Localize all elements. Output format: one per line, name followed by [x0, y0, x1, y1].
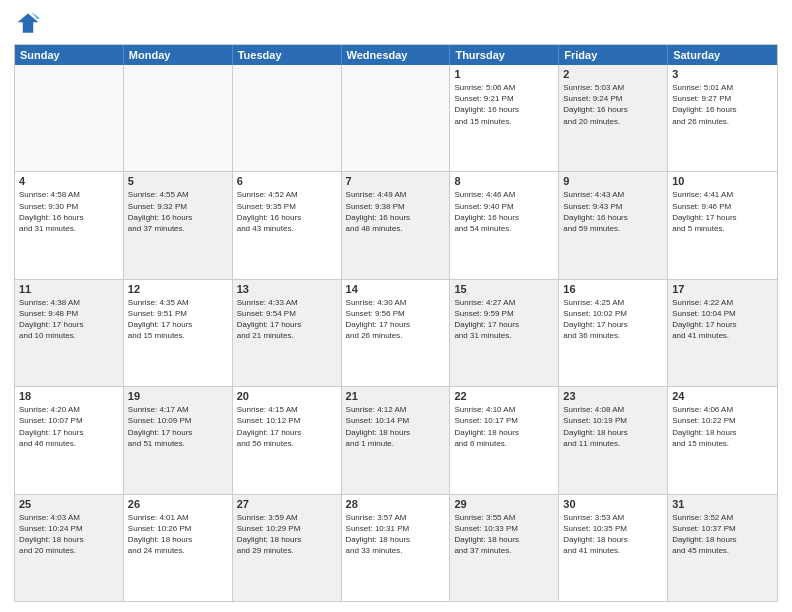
day-info: Sunrise: 4:25 AM Sunset: 10:02 PM Daylig… — [563, 297, 663, 342]
day-info: Sunrise: 4:58 AM Sunset: 9:30 PM Dayligh… — [19, 189, 119, 234]
day-info: Sunrise: 5:01 AM Sunset: 9:27 PM Dayligh… — [672, 82, 773, 127]
day-info: Sunrise: 3:55 AM Sunset: 10:33 PM Daylig… — [454, 512, 554, 557]
day-info: Sunrise: 4:33 AM Sunset: 9:54 PM Dayligh… — [237, 297, 337, 342]
day-number: 23 — [563, 390, 663, 402]
day-info: Sunrise: 4:38 AM Sunset: 9:48 PM Dayligh… — [19, 297, 119, 342]
cal-cell-empty-0 — [15, 65, 124, 171]
header-day-thursday: Thursday — [450, 45, 559, 65]
day-number: 14 — [346, 283, 446, 295]
cal-cell-22: 22Sunrise: 4:10 AM Sunset: 10:17 PM Dayl… — [450, 387, 559, 493]
day-number: 18 — [19, 390, 119, 402]
day-info: Sunrise: 4:35 AM Sunset: 9:51 PM Dayligh… — [128, 297, 228, 342]
day-info: Sunrise: 4:27 AM Sunset: 9:59 PM Dayligh… — [454, 297, 554, 342]
cal-cell-26: 26Sunrise: 4:01 AM Sunset: 10:26 PM Dayl… — [124, 495, 233, 601]
cal-cell-28: 28Sunrise: 3:57 AM Sunset: 10:31 PM Dayl… — [342, 495, 451, 601]
cal-row-2: 11Sunrise: 4:38 AM Sunset: 9:48 PM Dayli… — [15, 280, 777, 387]
page: SundayMondayTuesdayWednesdayThursdayFrid… — [0, 0, 792, 612]
day-number: 22 — [454, 390, 554, 402]
cal-cell-empty-3 — [342, 65, 451, 171]
day-info: Sunrise: 4:52 AM Sunset: 9:35 PM Dayligh… — [237, 189, 337, 234]
cal-cell-18: 18Sunrise: 4:20 AM Sunset: 10:07 PM Dayl… — [15, 387, 124, 493]
cal-cell-27: 27Sunrise: 3:59 AM Sunset: 10:29 PM Dayl… — [233, 495, 342, 601]
day-info: Sunrise: 3:57 AM Sunset: 10:31 PM Daylig… — [346, 512, 446, 557]
cal-cell-25: 25Sunrise: 4:03 AM Sunset: 10:24 PM Dayl… — [15, 495, 124, 601]
cal-cell-5: 5Sunrise: 4:55 AM Sunset: 9:32 PM Daylig… — [124, 172, 233, 278]
day-info: Sunrise: 4:41 AM Sunset: 9:46 PM Dayligh… — [672, 189, 773, 234]
logo-icon — [14, 10, 42, 38]
day-number: 4 — [19, 175, 119, 187]
day-number: 3 — [672, 68, 773, 80]
day-number: 26 — [128, 498, 228, 510]
day-info: Sunrise: 4:20 AM Sunset: 10:07 PM Daylig… — [19, 404, 119, 449]
day-number: 7 — [346, 175, 446, 187]
cal-cell-16: 16Sunrise: 4:25 AM Sunset: 10:02 PM Dayl… — [559, 280, 668, 386]
cal-cell-3: 3Sunrise: 5:01 AM Sunset: 9:27 PM Daylig… — [668, 65, 777, 171]
day-number: 8 — [454, 175, 554, 187]
day-number: 28 — [346, 498, 446, 510]
day-info: Sunrise: 3:53 AM Sunset: 10:35 PM Daylig… — [563, 512, 663, 557]
day-info: Sunrise: 4:30 AM Sunset: 9:56 PM Dayligh… — [346, 297, 446, 342]
day-number: 17 — [672, 283, 773, 295]
cal-cell-13: 13Sunrise: 4:33 AM Sunset: 9:54 PM Dayli… — [233, 280, 342, 386]
cal-cell-9: 9Sunrise: 4:43 AM Sunset: 9:43 PM Daylig… — [559, 172, 668, 278]
header-day-wednesday: Wednesday — [342, 45, 451, 65]
day-number: 20 — [237, 390, 337, 402]
cal-cell-19: 19Sunrise: 4:17 AM Sunset: 10:09 PM Dayl… — [124, 387, 233, 493]
cal-cell-20: 20Sunrise: 4:15 AM Sunset: 10:12 PM Dayl… — [233, 387, 342, 493]
day-info: Sunrise: 4:43 AM Sunset: 9:43 PM Dayligh… — [563, 189, 663, 234]
day-info: Sunrise: 4:49 AM Sunset: 9:38 PM Dayligh… — [346, 189, 446, 234]
cal-cell-4: 4Sunrise: 4:58 AM Sunset: 9:30 PM Daylig… — [15, 172, 124, 278]
day-info: Sunrise: 4:06 AM Sunset: 10:22 PM Daylig… — [672, 404, 773, 449]
cal-cell-21: 21Sunrise: 4:12 AM Sunset: 10:14 PM Dayl… — [342, 387, 451, 493]
cal-cell-15: 15Sunrise: 4:27 AM Sunset: 9:59 PM Dayli… — [450, 280, 559, 386]
cal-cell-17: 17Sunrise: 4:22 AM Sunset: 10:04 PM Dayl… — [668, 280, 777, 386]
cal-cell-11: 11Sunrise: 4:38 AM Sunset: 9:48 PM Dayli… — [15, 280, 124, 386]
day-number: 27 — [237, 498, 337, 510]
cal-cell-1: 1Sunrise: 5:06 AM Sunset: 9:21 PM Daylig… — [450, 65, 559, 171]
cal-cell-empty-2 — [233, 65, 342, 171]
cal-row-0: 1Sunrise: 5:06 AM Sunset: 9:21 PM Daylig… — [15, 65, 777, 172]
header-day-sunday: Sunday — [15, 45, 124, 65]
day-info: Sunrise: 4:46 AM Sunset: 9:40 PM Dayligh… — [454, 189, 554, 234]
cal-row-3: 18Sunrise: 4:20 AM Sunset: 10:07 PM Dayl… — [15, 387, 777, 494]
header-day-friday: Friday — [559, 45, 668, 65]
calendar: SundayMondayTuesdayWednesdayThursdayFrid… — [14, 44, 778, 602]
day-number: 5 — [128, 175, 228, 187]
day-info: Sunrise: 4:03 AM Sunset: 10:24 PM Daylig… — [19, 512, 119, 557]
day-number: 10 — [672, 175, 773, 187]
calendar-header: SundayMondayTuesdayWednesdayThursdayFrid… — [15, 45, 777, 65]
cal-cell-30: 30Sunrise: 3:53 AM Sunset: 10:35 PM Dayl… — [559, 495, 668, 601]
cal-cell-12: 12Sunrise: 4:35 AM Sunset: 9:51 PM Dayli… — [124, 280, 233, 386]
cal-cell-29: 29Sunrise: 3:55 AM Sunset: 10:33 PM Dayl… — [450, 495, 559, 601]
day-number: 2 — [563, 68, 663, 80]
day-info: Sunrise: 4:08 AM Sunset: 10:19 PM Daylig… — [563, 404, 663, 449]
calendar-body: 1Sunrise: 5:06 AM Sunset: 9:21 PM Daylig… — [15, 65, 777, 601]
cal-cell-8: 8Sunrise: 4:46 AM Sunset: 9:40 PM Daylig… — [450, 172, 559, 278]
day-number: 30 — [563, 498, 663, 510]
cal-cell-14: 14Sunrise: 4:30 AM Sunset: 9:56 PM Dayli… — [342, 280, 451, 386]
cal-cell-10: 10Sunrise: 4:41 AM Sunset: 9:46 PM Dayli… — [668, 172, 777, 278]
cal-cell-31: 31Sunrise: 3:52 AM Sunset: 10:37 PM Dayl… — [668, 495, 777, 601]
cal-cell-6: 6Sunrise: 4:52 AM Sunset: 9:35 PM Daylig… — [233, 172, 342, 278]
cal-cell-23: 23Sunrise: 4:08 AM Sunset: 10:19 PM Dayl… — [559, 387, 668, 493]
header-day-tuesday: Tuesday — [233, 45, 342, 65]
day-info: Sunrise: 4:55 AM Sunset: 9:32 PM Dayligh… — [128, 189, 228, 234]
day-info: Sunrise: 4:17 AM Sunset: 10:09 PM Daylig… — [128, 404, 228, 449]
day-info: Sunrise: 4:01 AM Sunset: 10:26 PM Daylig… — [128, 512, 228, 557]
day-info: Sunrise: 3:52 AM Sunset: 10:37 PM Daylig… — [672, 512, 773, 557]
day-number: 13 — [237, 283, 337, 295]
cal-cell-7: 7Sunrise: 4:49 AM Sunset: 9:38 PM Daylig… — [342, 172, 451, 278]
day-info: Sunrise: 5:03 AM Sunset: 9:24 PM Dayligh… — [563, 82, 663, 127]
day-number: 21 — [346, 390, 446, 402]
logo — [14, 10, 46, 38]
day-number: 19 — [128, 390, 228, 402]
header — [14, 10, 778, 38]
day-number: 24 — [672, 390, 773, 402]
day-number: 15 — [454, 283, 554, 295]
day-number: 11 — [19, 283, 119, 295]
day-number: 1 — [454, 68, 554, 80]
day-number: 9 — [563, 175, 663, 187]
cal-cell-24: 24Sunrise: 4:06 AM Sunset: 10:22 PM Dayl… — [668, 387, 777, 493]
day-number: 16 — [563, 283, 663, 295]
cal-row-1: 4Sunrise: 4:58 AM Sunset: 9:30 PM Daylig… — [15, 172, 777, 279]
